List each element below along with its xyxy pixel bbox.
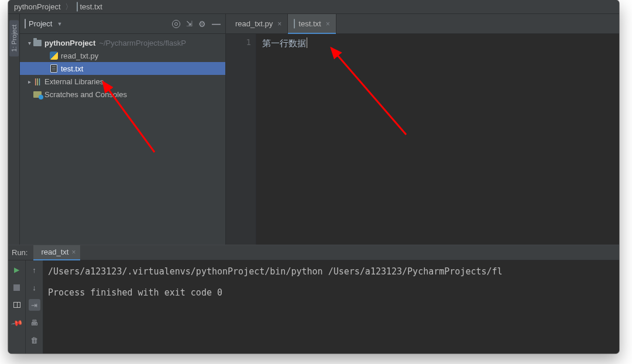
stop-button[interactable] <box>11 281 23 293</box>
close-icon[interactable]: × <box>326 20 330 28</box>
project-tree: ▾ pythonProject ~/PycharmProjects/flaskP… <box>20 34 225 245</box>
run-toolbar-primary: ▶ 📌 <box>8 260 26 353</box>
soft-wrap-button[interactable]: ⇥ <box>29 299 40 311</box>
tree-file-read-txt-py[interactable]: · read_txt.py <box>20 49 225 62</box>
left-tool-rail: 1: Project <box>8 14 20 245</box>
scratches-icon <box>33 91 42 98</box>
ide-window: pythonProject 〉 test.txt 1: Project Proj… <box>8 0 619 353</box>
project-tool-tab[interactable]: 1: Project <box>9 20 19 56</box>
editor-tab-test-txt[interactable]: test.txt × <box>288 14 336 33</box>
breadcrumb-file[interactable]: test.txt <box>75 2 104 11</box>
pin-button[interactable]: 📌 <box>11 317 23 328</box>
main-area: 1: Project Project ▼ ⇲ ⚙ — ▾ <box>8 14 619 245</box>
file-icon <box>49 64 59 73</box>
rerun-button[interactable]: ▶ <box>11 264 23 276</box>
editor[interactable]: 1 第一行数据 <box>226 34 619 245</box>
close-icon[interactable]: × <box>71 248 75 256</box>
scroll-up-button[interactable]: ↑ <box>29 264 40 276</box>
close-icon[interactable]: × <box>277 20 281 28</box>
breadcrumb: pythonProject 〉 test.txt <box>8 0 619 14</box>
chevron-down-icon[interactable]: ▾ <box>26 40 33 46</box>
run-toolbar-secondary: ↑ ↓ ⇥ 🖶 🗑 <box>26 260 43 353</box>
sidebar-title[interactable]: Project ▼ <box>25 19 172 28</box>
breadcrumb-project[interactable]: pythonProject <box>13 2 62 11</box>
tree-root[interactable]: ▾ pythonProject ~/PycharmProjects/flaskP <box>20 36 225 49</box>
run-panel-body: ▶ 📌 ↑ ↓ ⇥ 🖶 🗑 /Users/a123123/.virtualenv… <box>8 260 619 353</box>
project-sidebar: Project ▼ ⇲ ⚙ — ▾ pythonProject ~/Pychar… <box>20 14 226 245</box>
folder-icon <box>25 19 26 28</box>
run-panel-header: Run: read_txt × <box>8 245 619 260</box>
tree-external-libraries[interactable]: ▸ ||| External Libraries <box>20 75 225 88</box>
file-icon <box>77 2 78 11</box>
collapse-all-icon[interactable]: ⇲ <box>186 19 193 28</box>
python-file-icon <box>49 51 59 60</box>
locate-icon[interactable] <box>172 20 180 28</box>
project-path-hint: ~/PycharmProjects/flaskP <box>99 39 186 47</box>
editor-content[interactable]: 第一行数据 <box>256 34 619 245</box>
tree-file-test-txt[interactable]: · test.txt <box>20 62 225 75</box>
layout-button[interactable] <box>11 299 23 311</box>
gear-icon[interactable]: ⚙ <box>198 19 206 29</box>
file-icon <box>294 19 295 28</box>
folder-icon <box>33 40 42 46</box>
tree-scratches[interactable]: · Scratches and Consoles <box>20 88 225 101</box>
run-panel: Run: read_txt × ▶ 📌 ↑ ↓ ⇥ 🖶 🗑 /Users/a12 <box>8 245 619 353</box>
run-tab[interactable]: read_txt × <box>33 245 80 260</box>
line-number-gutter: 1 <box>226 34 256 245</box>
chevron-right-icon[interactable]: ▸ <box>26 78 33 85</box>
editor-tab-read-txt-py[interactable]: read_txt.py × <box>226 14 288 33</box>
scroll-down-button[interactable]: ↓ <box>29 281 40 293</box>
text-caret <box>307 37 307 48</box>
editor-tabs: read_txt.py × test.txt × <box>226 14 619 34</box>
sidebar-header: Project ▼ ⇲ ⚙ — <box>20 14 225 34</box>
print-button[interactable]: 🖶 <box>29 317 40 328</box>
chevron-down-icon: ▼ <box>57 21 62 27</box>
clear-button[interactable]: 🗑 <box>29 334 40 346</box>
run-label: Run: <box>12 248 28 257</box>
editor-region: read_txt.py × test.txt × 1 第一行数据 <box>226 14 619 245</box>
hide-panel-icon[interactable]: — <box>212 19 221 29</box>
breadcrumb-separator: 〉 <box>65 2 73 12</box>
libraries-icon: ||| <box>33 77 42 85</box>
console-output[interactable]: /Users/a123123/.virtualenvs/pythonProjec… <box>43 260 619 353</box>
sidebar-actions: ⇲ ⚙ — <box>172 19 221 29</box>
